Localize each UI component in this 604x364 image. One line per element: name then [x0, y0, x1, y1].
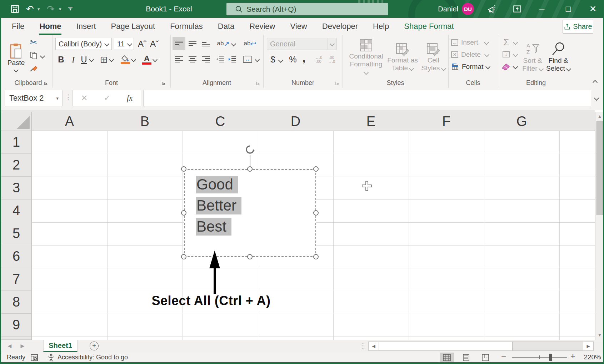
tab-scroll-options-dots[interactable]: ⋮: [360, 342, 366, 350]
select-all-corner[interactable]: [1, 112, 32, 131]
accessibility-status[interactable]: Accessibility: Good to go: [58, 352, 128, 362]
column-header-c[interactable]: C: [183, 112, 258, 131]
copy-button[interactable]: [28, 50, 39, 61]
comma-style-button[interactable]: ,: [300, 52, 308, 64]
row-header-8[interactable]: 8: [1, 291, 32, 314]
row-header-4[interactable]: 4: [1, 199, 32, 222]
paste-button[interactable]: Paste: [6, 37, 26, 78]
copy-dropdown-chevron[interactable]: [40, 54, 45, 59]
insert-function-button[interactable]: fx: [127, 93, 133, 103]
share-button[interactable]: Share: [563, 20, 593, 34]
clear-chevron[interactable]: [513, 64, 518, 69]
horizontal-scrollbar-thumb[interactable]: [379, 342, 513, 351]
decrease-font-size-button[interactable]: Aˇ: [148, 38, 160, 50]
column-header-a[interactable]: A: [32, 112, 108, 131]
resize-handle-middle-right[interactable]: [313, 210, 319, 216]
row-header-2[interactable]: 2: [1, 154, 32, 177]
bold-button[interactable]: B: [56, 54, 66, 66]
tab-page-layout[interactable]: Page Layout: [111, 18, 155, 35]
sheet-tab-sheet1[interactable]: Sheet1: [43, 340, 78, 352]
rotate-handle-icon[interactable]: [245, 144, 255, 155]
row-header-9[interactable]: 9: [1, 314, 32, 337]
tab-shape-format[interactable]: Shape Format: [404, 18, 454, 35]
search-input[interactable]: Search (Alt+Q): [226, 3, 388, 15]
collapse-ribbon-chevron[interactable]: [593, 80, 598, 85]
vertical-scrollbar[interactable]: ▲ ▼: [595, 112, 604, 340]
increase-indent-button[interactable]: [226, 53, 238, 66]
hscroll-right-arrow[interactable]: ▶: [583, 342, 594, 351]
user-name[interactable]: Daniel Uchenna: [408, 0, 458, 18]
redo-button[interactable]: ↷: [47, 0, 55, 18]
resize-handle-top-left[interactable]: [181, 166, 186, 172]
format-cells-button[interactable]: Format: [451, 61, 494, 72]
column-header-e[interactable]: E: [333, 112, 409, 131]
clear-button[interactable]: [500, 61, 511, 73]
font-dialog-launcher[interactable]: [161, 81, 166, 86]
view-page-break-button[interactable]: [478, 353, 493, 362]
percent-style-button[interactable]: %: [288, 54, 298, 66]
column-header-partial[interactable]: [559, 112, 595, 131]
undo-button[interactable]: ↶: [26, 0, 34, 18]
orientation-dropdown-chevron[interactable]: [231, 41, 236, 46]
row-header-6[interactable]: 6: [1, 245, 32, 268]
tab-developer[interactable]: Developer: [322, 18, 358, 35]
add-sheet-button[interactable]: +: [90, 342, 99, 350]
accounting-format-button[interactable]: $: [268, 54, 278, 66]
accounting-format-chevron[interactable]: [278, 58, 283, 63]
undo-dropdown[interactable]: ▾: [38, 0, 40, 18]
scroll-down-arrow[interactable]: ▼: [595, 333, 604, 338]
merge-center-button[interactable]: ↔: [241, 53, 254, 66]
align-center-button[interactable]: [186, 53, 199, 66]
accessibility-icon[interactable]: [47, 353, 55, 362]
row-header-7[interactable]: 7: [1, 268, 32, 291]
find-select-button[interactable]: Find & Select: [546, 36, 571, 78]
macro-record-icon[interactable]: [30, 354, 38, 362]
resize-handle-top-right[interactable]: [313, 166, 319, 172]
increase-font-size-button[interactable]: Aˆ: [136, 38, 148, 50]
scroll-up-arrow[interactable]: ▲: [595, 114, 604, 119]
font-color-dropdown-chevron[interactable]: [153, 57, 158, 62]
name-box-dropdown-chevron[interactable]: ▾: [56, 96, 62, 101]
zoom-slider-thumb[interactable]: [549, 354, 552, 361]
column-header-d[interactable]: D: [258, 112, 334, 131]
borders-dropdown-chevron[interactable]: [109, 57, 114, 62]
font-name-combobox[interactable]: Calibri (Body): [55, 38, 112, 50]
maximize-button[interactable]: □: [558, 0, 578, 18]
expand-formula-bar-chevron[interactable]: [594, 96, 599, 101]
font-color-button[interactable]: A: [141, 53, 153, 66]
underline-button[interactable]: U: [79, 54, 89, 66]
orientation-button[interactable]: ab ↗: [215, 37, 231, 50]
increase-decimal-button[interactable]: ←.0 .00: [313, 54, 325, 66]
tab-review[interactable]: Review: [249, 18, 275, 35]
tab-formulas[interactable]: Formulas: [170, 18, 203, 35]
column-header-g[interactable]: G: [484, 112, 560, 131]
vertical-scrollbar-thumb[interactable]: [596, 121, 603, 215]
row-header-5[interactable]: 5: [1, 222, 32, 245]
align-right-button[interactable]: [200, 53, 213, 66]
resize-handle-top-center[interactable]: [247, 166, 253, 172]
alignment-dialog-launcher[interactable]: [255, 81, 260, 86]
zoom-level[interactable]: 220%: [578, 352, 601, 362]
merge-center-dropdown-chevron[interactable]: [255, 57, 260, 62]
column-header-b[interactable]: B: [107, 112, 183, 131]
align-left-button[interactable]: [173, 53, 185, 66]
view-normal-button[interactable]: [440, 353, 454, 362]
row-header-partial[interactable]: [1, 337, 32, 340]
fill-color-button[interactable]: [120, 53, 131, 66]
sheet-nav-left-arrow[interactable]: ◀: [5, 340, 14, 352]
avatar[interactable]: DU: [462, 3, 474, 15]
tab-home[interactable]: Home: [39, 18, 61, 35]
resize-handle-bottom-left[interactable]: [181, 254, 186, 259]
view-page-layout-button[interactable]: [459, 353, 473, 362]
horizontal-scrollbar-track[interactable]: [513, 342, 583, 351]
name-box[interactable]: TextBox 2 ▾: [5, 90, 63, 106]
wrap-text-button[interactable]: ab ↩: [241, 37, 259, 50]
textbox-text[interactable]: Good Better Best: [196, 174, 241, 237]
font-size-combobox[interactable]: 11: [114, 38, 134, 50]
zoom-in-button[interactable]: +: [570, 351, 575, 361]
borders-button[interactable]: ⊞: [98, 54, 110, 66]
row-header-1[interactable]: 1: [1, 131, 32, 154]
sheet-nav-right-arrow[interactable]: ▶: [18, 340, 27, 352]
clipboard-dialog-launcher[interactable]: [43, 81, 48, 86]
tab-view[interactable]: View: [290, 18, 307, 35]
